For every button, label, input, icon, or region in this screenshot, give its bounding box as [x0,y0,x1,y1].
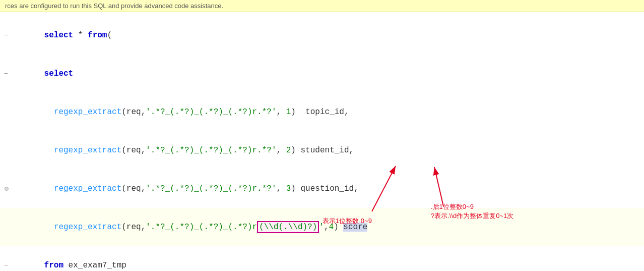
annotation-arrow-1 [372,166,396,211]
top-banner: rces are configured to run this SQL and … [0,0,644,12]
annotation-label-2b: ?表示.\\d作为整体重复0~1次 [431,212,513,220]
annotation-label-2a: .后1位整数0~9 [431,203,474,210]
annotation-layer: 表示1位整数 0~9 .后1位整数0~9 ?表示.\\d作为整体重复0~1次 [0,12,644,271]
annotation-label-1: 表示1位整数 0~9 [323,217,372,225]
editor-container: − select * from( − select regexp_extract… [0,12,644,271]
annotation-arrow-2 [434,167,443,206]
